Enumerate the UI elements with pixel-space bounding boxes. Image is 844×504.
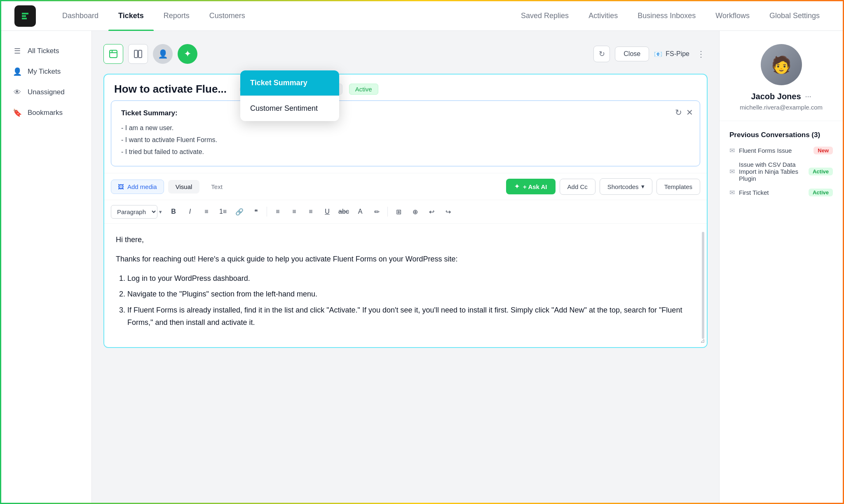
my-tickets-icon: 👤 (13, 67, 22, 76)
sidebar-item-bookmarks[interactable]: 🔖 Bookmarks (1, 103, 91, 123)
undo-button[interactable]: ↩ (424, 204, 439, 219)
user-more-btn[interactable]: ··· (805, 92, 811, 101)
split-view-btn[interactable] (128, 44, 148, 64)
sidebar-item-all-tickets[interactable]: ☰ All Tickets (1, 41, 91, 61)
prev-convs-title: Previous Conversations (3) (729, 131, 833, 139)
tickets-icon: ☰ (13, 47, 22, 56)
status-badge: Active (349, 84, 378, 95)
add-media-icon: 🖼 (118, 183, 124, 190)
svg-rect-4 (134, 50, 138, 58)
ticket-box: How to activate Flue... #2 🚩 normal ⏱ no… (103, 74, 708, 348)
font-color-button[interactable]: A (353, 204, 368, 219)
conv-item-2[interactable]: ✉ Issue with CSV Data Import in Ninja Ta… (729, 161, 833, 182)
sidebar-label-all-tickets: All Tickets (28, 47, 59, 55)
agent-avatar: 👤 (153, 44, 173, 64)
ordered-list-button[interactable]: 1≡ (216, 204, 230, 219)
conv-item-3[interactable]: ✉ First Ticket Active (729, 189, 833, 196)
toolbar-right: ✦ + Ask AI Add Cc Shortcodes ▾ Templates (506, 178, 700, 195)
unassigned-icon: 👁 (13, 88, 22, 97)
ask-ai-label: + Ask AI (523, 183, 547, 190)
table-button[interactable]: ⊞ (391, 204, 406, 219)
ai-dropdown-popup: Ticket Summary Customer Sentiment (240, 70, 339, 121)
refresh-button[interactable]: ↻ (593, 46, 610, 62)
close-button[interactable]: Close (615, 47, 649, 61)
nav-business-inboxes[interactable]: Business Inboxes (628, 1, 706, 31)
sidebar-label-unassigned: Unassigned (28, 88, 65, 96)
editor-toolbar: 🖼 Add media Visual Text ✦ + Ask AI Add C… (104, 173, 707, 200)
fmt-divider-1 (267, 207, 267, 217)
tab-visual[interactable]: Visual (168, 180, 200, 194)
conv-icon-2: ✉ (729, 168, 735, 175)
quote-button[interactable]: ❝ (249, 204, 263, 219)
conv-label-2: Issue with CSV Data Import in Ninja Tabl… (739, 161, 804, 182)
sparkle-icon: ✦ (514, 183, 520, 190)
add-media-label: Add media (127, 183, 157, 190)
nav-tickets[interactable]: Tickets (108, 1, 154, 31)
dropdown-ticket-summary[interactable]: Ticket Summary (240, 70, 339, 96)
summary-refresh-btn[interactable]: ↻ (675, 107, 682, 117)
sidebar-label-bookmarks: Bookmarks (28, 109, 63, 117)
summary-item-1: - I am a new user. (121, 122, 690, 134)
align-left-button[interactable]: ≡ (270, 204, 285, 219)
svg-rect-1 (110, 50, 117, 58)
nav-customers[interactable]: Customers (199, 1, 255, 31)
add-media-button[interactable]: 🖼 Add media (111, 180, 164, 194)
align-right-button[interactable]: ≡ (303, 204, 318, 219)
previous-conversations: Previous Conversations (3) ✉ Fluent Form… (720, 121, 843, 213)
sidebar-item-unassigned[interactable]: 👁 Unassigned (1, 82, 91, 103)
ai-sparkle-btn[interactable]: ✦ (178, 44, 197, 64)
nav-activities[interactable]: Activities (579, 1, 628, 31)
summary-list: - I am a new user. - I want to activate … (121, 122, 690, 158)
shortcodes-label: Shortcodes (607, 183, 639, 190)
svg-rect-5 (138, 50, 142, 58)
scroll-bar[interactable] (702, 232, 704, 339)
bullet-list-button[interactable]: ≡ (199, 204, 214, 219)
fmt-divider-2 (387, 207, 388, 217)
paragraph-select[interactable]: Paragraph (111, 205, 157, 219)
nav-workflows[interactable]: Workflows (706, 1, 760, 31)
highlight-button[interactable]: ✏ (369, 204, 384, 219)
conv-item-1[interactable]: ✉ Fluent Forms Issue New (729, 147, 833, 154)
summary-close-btn[interactable]: ✕ (686, 107, 693, 117)
resize-handle[interactable]: ⊿ (700, 336, 705, 346)
conv-badge-3: Active (809, 189, 833, 196)
bold-button[interactable]: B (166, 204, 181, 219)
shortcodes-button[interactable]: Shortcodes ▾ (600, 178, 652, 195)
redo-button[interactable]: ↪ (441, 204, 455, 219)
ask-ai-button[interactable]: ✦ + Ask AI (506, 179, 556, 194)
user-avatar: 🧑 (761, 44, 802, 85)
top-navigation: Dashboard Tickets Reports Customers Save… (1, 1, 843, 31)
more-options-button[interactable]: ⋮ (694, 47, 708, 61)
nav-links: Dashboard Tickets Reports Customers (52, 1, 511, 31)
strikethrough-button[interactable]: abc (336, 204, 351, 219)
conv-label-3: First Ticket (739, 189, 804, 196)
inbox-icon: 📧 (654, 50, 662, 58)
italic-button[interactable]: I (183, 204, 197, 219)
chat-view-btn[interactable] (103, 44, 123, 64)
underline-button[interactable]: U (320, 204, 335, 219)
chevron-down-icon: ▾ (641, 183, 645, 190)
step-3: If Fluent Forms is already installed, fi… (127, 304, 695, 329)
align-center-button[interactable]: ≡ (287, 204, 302, 219)
add-cc-button[interactable]: Add Cc (560, 179, 595, 195)
special-char-button[interactable]: ⊕ (408, 204, 422, 219)
nav-global-settings[interactable]: Global Settings (760, 1, 830, 31)
editor-content[interactable]: Hi there, Thanks for reaching out! Here'… (104, 224, 707, 347)
logo[interactable] (14, 5, 36, 27)
templates-button[interactable]: Templates (656, 179, 700, 195)
nav-saved-replies[interactable]: Saved Replies (511, 1, 579, 31)
nav-dashboard[interactable]: Dashboard (52, 1, 108, 31)
nav-reports[interactable]: Reports (154, 1, 199, 31)
main-layout: ☰ All Tickets 👤 My Tickets 👁 Unassigned … (1, 31, 843, 504)
tab-text[interactable]: Text (204, 180, 230, 194)
conv-icon-3: ✉ (729, 189, 735, 196)
fspipe-label[interactable]: 📧 FS-Pipe (654, 50, 689, 58)
link-button[interactable]: 🔗 (232, 204, 247, 219)
content-steps: Log in to your WordPress dashboard. Navi… (127, 272, 695, 329)
format-toolbar: Paragraph ▾ B I ≡ 1≡ 🔗 ❝ ≡ ≡ ≡ U abc A ✏… (104, 200, 707, 224)
bookmarks-icon: 🔖 (13, 108, 22, 117)
ticket-header-bar: 👤 ✦ ↻ Close 📧 FS-Pipe ⋮ (103, 44, 708, 64)
dropdown-customer-sentiment[interactable]: Customer Sentiment (240, 96, 339, 121)
right-panel: 🧑 Jacob Jones ··· michelle.rivera@exampl… (719, 31, 843, 504)
sidebar-item-my-tickets[interactable]: 👤 My Tickets (1, 61, 91, 82)
